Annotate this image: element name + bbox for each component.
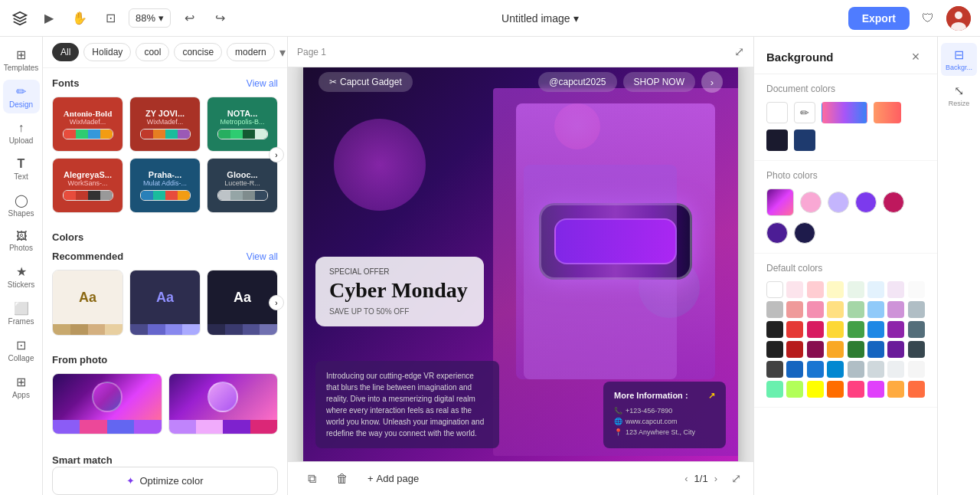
prev-page-button[interactable]: ‹: [684, 473, 688, 484]
avatar[interactable]: [946, 6, 971, 31]
document-title[interactable]: Untitled image ▾: [501, 12, 579, 25]
default-color-swatch[interactable]: [786, 321, 803, 338]
default-color-swatch[interactable]: [766, 301, 783, 318]
default-color-swatch[interactable]: [766, 381, 783, 398]
photo-color-purple[interactable]: [855, 192, 877, 213]
default-color-swatch[interactable]: [766, 321, 783, 338]
font-card-5[interactable]: Praha-... Mulat Addis-...: [129, 158, 201, 213]
default-color-swatch[interactable]: [827, 381, 844, 398]
sidebar-item-design[interactable]: ✏ Design: [3, 80, 40, 113]
sidebar-item-upload[interactable]: ↑ Upload: [3, 116, 40, 149]
filter-more-icon[interactable]: ▾: [279, 45, 286, 60]
canvas-expand-icon[interactable]: ⤢: [734, 44, 744, 59]
photo-color-magenta[interactable]: [883, 192, 904, 213]
default-color-swatch[interactable]: [867, 381, 884, 398]
capcut-tag-button[interactable]: @capcut2025: [538, 72, 616, 92]
default-color-swatch[interactable]: [887, 301, 904, 318]
default-color-swatch[interactable]: [807, 381, 824, 398]
capcut-icon-button[interactable]: ✂ Capcut Gadget: [318, 72, 413, 92]
default-color-swatch[interactable]: [807, 361, 824, 378]
default-color-swatch[interactable]: [786, 281, 803, 298]
theme-card-2[interactable]: Aa: [129, 270, 201, 336]
font-card-1[interactable]: Antonio-Bold WixMadef...: [52, 97, 123, 152]
right-tab-resize[interactable]: ⤡ Resize: [941, 79, 977, 112]
delete-frame-icon[interactable]: 🗑: [331, 467, 354, 490]
next-page-button[interactable]: ›: [714, 473, 717, 484]
photo-thumb-swatch[interactable]: [766, 188, 794, 216]
filter-tab-concise[interactable]: concise: [174, 43, 222, 61]
photo-color-pink[interactable]: [800, 192, 822, 213]
default-color-swatch[interactable]: [908, 381, 925, 398]
play-button[interactable]: ▶: [37, 6, 61, 31]
default-color-swatch[interactable]: [908, 281, 925, 298]
doc-color-white[interactable]: [766, 102, 788, 123]
shop-now-button[interactable]: SHOP NOW: [623, 72, 695, 92]
default-color-swatch[interactable]: [827, 341, 844, 358]
default-color-swatch[interactable]: [848, 341, 864, 358]
default-color-swatch[interactable]: [887, 361, 904, 378]
default-color-swatch[interactable]: [848, 361, 864, 378]
default-color-swatch[interactable]: [807, 341, 824, 358]
sidebar-item-shapes[interactable]: ◯ Shapes: [3, 188, 40, 222]
default-color-swatch[interactable]: [786, 361, 803, 378]
doc-color-dark2[interactable]: [794, 129, 815, 151]
sidebar-item-stickers[interactable]: ★ Stickers: [3, 260, 40, 293]
default-color-swatch[interactable]: [908, 301, 925, 318]
default-color-swatch[interactable]: [827, 281, 844, 298]
logo[interactable]: [9, 8, 31, 29]
default-color-swatch[interactable]: [887, 381, 904, 398]
default-color-swatch[interactable]: [867, 301, 884, 318]
hand-tool-button[interactable]: ✋: [67, 6, 92, 31]
redo-button[interactable]: ↪: [207, 6, 232, 31]
default-color-swatch[interactable]: [867, 341, 884, 358]
default-color-swatch[interactable]: [786, 381, 803, 398]
zoom-control[interactable]: Page 1 88% ▾: [129, 8, 171, 28]
filter-tab-all[interactable]: All: [52, 43, 79, 61]
default-color-swatch[interactable]: [786, 341, 803, 358]
close-background-panel-button[interactable]: ×: [906, 48, 925, 66]
sidebar-item-collage[interactable]: ⊡ Collage: [3, 333, 40, 367]
fonts-view-all[interactable]: View all: [247, 78, 278, 89]
photo-color-navy[interactable]: [794, 222, 815, 244]
default-color-swatch[interactable]: [867, 361, 884, 378]
font-card-6[interactable]: Glooc... Lucette-R...: [207, 158, 278, 213]
default-color-swatch[interactable]: [766, 281, 783, 298]
default-color-swatch[interactable]: [848, 281, 864, 298]
font-card-4[interactable]: AlegreyaS... WorkSans-...: [52, 158, 123, 213]
default-color-swatch[interactable]: [848, 381, 864, 398]
font-carousel-next[interactable]: ›: [269, 147, 284, 162]
default-color-swatch[interactable]: [887, 281, 904, 298]
default-color-swatch[interactable]: [887, 341, 904, 358]
default-color-swatch[interactable]: [908, 341, 925, 358]
sidebar-item-text[interactable]: T Text: [3, 152, 40, 185]
sidebar-item-frames[interactable]: ⬜ Frames: [3, 297, 40, 330]
sidebar-item-apps[interactable]: ⊞ Apps: [3, 370, 40, 404]
default-color-swatch[interactable]: [766, 361, 783, 378]
default-color-swatch[interactable]: [848, 321, 864, 338]
default-color-swatch[interactable]: [908, 361, 925, 378]
view-toggle-button[interactable]: ⊡: [98, 6, 122, 31]
doc-color-gradient2[interactable]: [874, 102, 901, 123]
photo-card-1[interactable]: [52, 373, 162, 434]
photo-card-2[interactable]: [168, 373, 279, 434]
fullscreen-button[interactable]: ⤢: [731, 471, 741, 486]
photo-color-lavender[interactable]: [828, 192, 849, 213]
default-color-swatch[interactable]: [827, 321, 844, 338]
default-color-swatch[interactable]: [887, 321, 904, 338]
default-color-swatch[interactable]: [807, 281, 824, 298]
undo-button[interactable]: ↩: [177, 6, 201, 31]
default-color-swatch[interactable]: [848, 301, 864, 318]
optimize-color-button[interactable]: ✦ Optimize color: [52, 467, 278, 495]
doc-color-gradient1[interactable]: [822, 102, 867, 123]
default-color-swatch[interactable]: [827, 361, 844, 378]
copy-frame-icon[interactable]: ⧉: [300, 467, 323, 490]
default-color-swatch[interactable]: [766, 341, 783, 358]
shield-icon[interactable]: 🛡: [916, 6, 940, 31]
canvas-frame[interactable]: ✂ Capcut Gadget @capcut2025 SHOP NOW ›: [303, 67, 738, 461]
doc-color-edit-button[interactable]: ✏: [794, 102, 815, 123]
filter-tab-holiday[interactable]: Holiday: [83, 43, 131, 61]
theme-carousel-next[interactable]: ›: [269, 295, 284, 310]
filter-tab-cool[interactable]: cool: [136, 43, 169, 61]
default-color-swatch[interactable]: [807, 301, 824, 318]
export-button[interactable]: Export: [848, 7, 910, 30]
